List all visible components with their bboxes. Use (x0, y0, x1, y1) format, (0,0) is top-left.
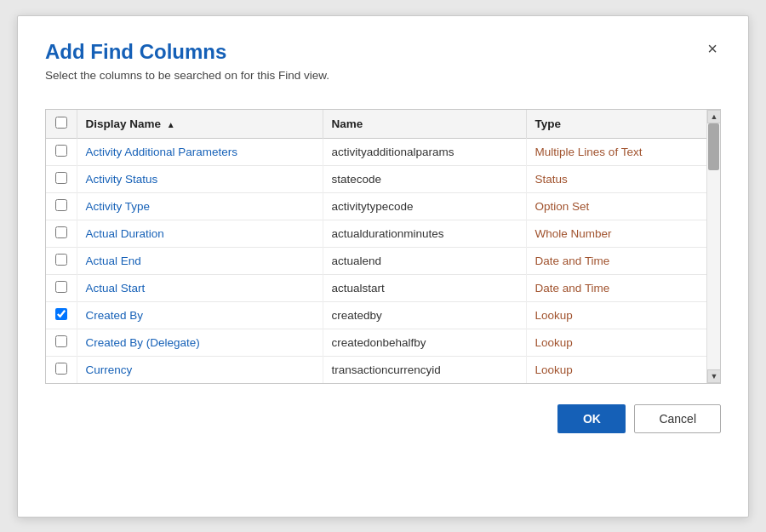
table-with-scrollbar: Display Name ▲ Name Type Activity Additi… (46, 110, 720, 383)
table-header-row: Display Name ▲ Name Type (46, 110, 706, 139)
row-checkbox[interactable] (55, 199, 67, 211)
row-name: createdonbehalfby (323, 329, 526, 356)
row-type: Date and Time (526, 274, 706, 301)
row-checkbox[interactable] (55, 308, 67, 320)
row-type: Option Set (526, 192, 706, 220)
dialog-subtitle: Select the columns to be searched on for… (45, 69, 721, 82)
table-row: Created By (Delegate)createdonbehalfbyLo… (46, 329, 706, 356)
row-checkbox-cell (46, 329, 77, 356)
row-checkbox[interactable] (55, 335, 67, 347)
header-display-name: Display Name ▲ (77, 110, 323, 139)
row-type: Multiple Lines of Text (526, 138, 706, 165)
row-name: activitytypecode (323, 192, 526, 220)
row-display-name: Actual Duration (77, 220, 323, 247)
table-row: Activity StatusstatecodeStatus (46, 165, 706, 192)
row-type: Status (526, 165, 706, 192)
scroll-thumb-area (707, 123, 720, 369)
dialog-header: Add Find Columns × (45, 40, 721, 64)
header-type: Type (526, 110, 706, 139)
row-checkbox-cell (46, 165, 77, 192)
row-name: statecode (323, 165, 526, 192)
table-row: Actual DurationactualdurationminutesWhol… (46, 220, 706, 247)
row-name: actualdurationminutes (323, 220, 526, 247)
row-checkbox-cell (46, 247, 77, 274)
row-type: Date and Time (526, 247, 706, 274)
scroll-up-button[interactable]: ▲ (707, 110, 721, 123)
table-scroll-inner: Display Name ▲ Name Type Activity Additi… (46, 110, 706, 383)
row-checkbox[interactable] (55, 254, 67, 266)
row-display-name: Created By (Delegate) (77, 329, 323, 356)
close-button[interactable]: × (704, 40, 721, 57)
row-name: actualstart (323, 274, 526, 301)
add-find-columns-dialog: Add Find Columns × Select the columns to… (17, 15, 749, 518)
row-display-name: Activity Additional Parameters (77, 138, 323, 165)
row-display-name: Actual Start (77, 274, 323, 301)
scroll-down-button[interactable]: ▼ (707, 369, 721, 383)
ok-button[interactable]: OK (557, 404, 626, 433)
row-checkbox-cell (46, 301, 77, 329)
row-name: actualend (323, 247, 526, 274)
row-display-name: Activity Status (77, 165, 323, 192)
header-name: Name (323, 110, 526, 139)
table-row: Actual EndactualendDate and Time (46, 247, 706, 274)
cancel-button[interactable]: Cancel (634, 404, 721, 433)
row-name: activityadditionalparams (323, 138, 526, 165)
row-name: transactioncurrencyid (323, 356, 526, 383)
row-checkbox-cell (46, 356, 77, 383)
row-type: Lookup (526, 301, 706, 329)
dialog-title: Add Find Columns (45, 40, 226, 64)
row-display-name: Activity Type (77, 192, 323, 220)
row-checkbox-cell (46, 220, 77, 247)
table-row: CurrencytransactioncurrencyidLookup (46, 356, 706, 383)
columns-table-container: Display Name ▲ Name Type Activity Additi… (45, 109, 721, 384)
row-type: Lookup (526, 329, 706, 356)
scrollbar: ▲ ▼ (706, 110, 720, 383)
header-checkbox-col (46, 110, 77, 139)
row-checkbox-cell (46, 138, 77, 165)
table-row: Activity TypeactivitytypecodeOption Set (46, 192, 706, 220)
dialog-footer: OK Cancel (45, 404, 721, 433)
row-checkbox-cell (46, 192, 77, 220)
row-checkbox[interactable] (55, 172, 67, 184)
table-row: Created BycreatedbyLookup (46, 301, 706, 329)
table-row: Actual StartactualstartDate and Time (46, 274, 706, 301)
select-all-checkbox[interactable] (55, 117, 67, 129)
row-display-name: Actual End (77, 247, 323, 274)
row-checkbox[interactable] (55, 226, 67, 238)
columns-table: Display Name ▲ Name Type Activity Additi… (46, 110, 706, 383)
row-type: Whole Number (526, 220, 706, 247)
row-checkbox[interactable] (55, 363, 67, 375)
row-name: createdby (323, 301, 526, 329)
row-checkbox[interactable] (55, 281, 67, 293)
row-display-name: Currency (77, 356, 323, 383)
scroll-thumb[interactable] (708, 123, 719, 170)
row-checkbox[interactable] (55, 145, 67, 157)
sort-arrow-icon: ▲ (167, 120, 175, 129)
row-checkbox-cell (46, 274, 77, 301)
table-row: Activity Additional Parametersactivityad… (46, 138, 706, 165)
row-type: Lookup (526, 356, 706, 383)
row-display-name: Created By (77, 301, 323, 329)
